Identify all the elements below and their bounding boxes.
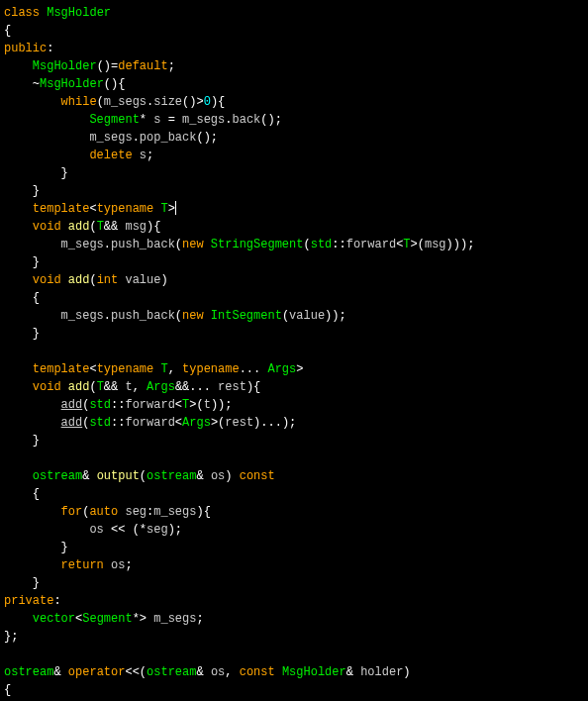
brace: {	[118, 77, 125, 91]
brace: {	[204, 505, 211, 519]
id-push_back: push_back	[111, 309, 175, 323]
paren: (	[89, 220, 96, 234]
amp: &	[196, 665, 203, 679]
gt: >	[168, 202, 175, 216]
id-m_segs: m_segs	[153, 505, 196, 519]
type-ostream: ostream	[147, 665, 196, 679]
kw-typename: typename	[97, 202, 154, 216]
star: *	[140, 113, 147, 127]
id-m_segs: m_segs	[89, 131, 132, 145]
id-rest: rest	[218, 380, 246, 394]
paren: )	[332, 309, 339, 323]
call-add: add	[61, 416, 83, 430]
fn-add: add	[68, 380, 90, 394]
type-T: T	[97, 220, 104, 234]
paren: )	[268, 113, 275, 127]
dcolon: ::	[111, 416, 125, 430]
paren: )	[446, 238, 453, 251]
type-Args: Args	[182, 416, 211, 430]
kw-const: const	[240, 665, 275, 679]
paren: (	[418, 238, 425, 251]
paren: )	[211, 95, 218, 109]
brace: {	[253, 380, 260, 394]
paren: (	[89, 273, 96, 287]
semi: ;	[125, 558, 132, 572]
dot: .	[133, 131, 140, 145]
kw-while: while	[61, 95, 97, 109]
paren: (	[140, 665, 147, 679]
colon: :	[53, 594, 60, 608]
ctor-name: MsgHolder	[33, 59, 97, 73]
kw-new: new	[182, 309, 204, 323]
code-editor[interactable]: class MsgHolder { public: MsgHolder()=de…	[0, 0, 588, 701]
tilde: ~	[33, 77, 40, 91]
type-T: T	[160, 362, 167, 376]
gt: >	[140, 612, 147, 626]
paren: )	[168, 523, 175, 537]
ns-std: std	[89, 416, 111, 430]
kw-void: void	[33, 380, 61, 394]
paren: (	[196, 398, 203, 412]
paren: (	[175, 238, 182, 251]
id-pop_back: pop_back	[140, 131, 197, 145]
id-m_segs: m_segs	[182, 113, 225, 127]
semi: ;	[175, 523, 182, 537]
kw-public: public	[4, 42, 47, 55]
brace: {	[218, 95, 225, 109]
type-StringSegment: StringSegment	[211, 238, 304, 251]
ampamp: &&	[175, 380, 189, 394]
paren: (	[97, 59, 104, 73]
num-0: 0	[204, 95, 211, 109]
type-Segment: Segment	[82, 612, 132, 626]
kw-template: template	[33, 202, 90, 216]
semi: ;	[340, 309, 346, 323]
star: *	[140, 523, 147, 537]
eq: =	[168, 113, 175, 127]
type-ostream: ostream	[33, 469, 82, 483]
semi: ;	[196, 612, 203, 626]
kw-return: return	[61, 558, 104, 572]
ampamp: &&	[104, 380, 118, 394]
id-msg: msg	[125, 220, 147, 234]
id-t: t	[204, 398, 211, 412]
brace: }	[33, 327, 40, 341]
id-m_segs: m_segs	[61, 309, 104, 323]
semi: ;	[467, 238, 474, 251]
fn-add: add	[68, 220, 90, 234]
paren: )	[104, 59, 111, 73]
id-forward: forward	[125, 416, 174, 430]
paren: (	[97, 95, 104, 109]
paren: )	[160, 273, 167, 287]
brace: {	[33, 487, 40, 501]
brace: {	[153, 220, 160, 234]
type-Segment: Segment	[89, 113, 139, 127]
id-os: os	[111, 558, 125, 572]
star: *	[133, 612, 140, 626]
comma: ,	[225, 665, 232, 679]
paren: (	[104, 77, 111, 91]
gt: >	[296, 362, 303, 376]
call-add: add	[61, 398, 83, 412]
type-ostream: ostream	[147, 469, 196, 483]
type-ostream: ostream	[4, 665, 53, 679]
gt: >	[411, 238, 418, 251]
kw-private: private	[4, 594, 53, 608]
kw-const: const	[240, 469, 275, 483]
kw-for: for	[61, 505, 83, 519]
id-holder: holder	[360, 665, 403, 679]
dot: .	[104, 238, 111, 251]
id-value: value	[289, 309, 325, 323]
ns-std: std	[89, 398, 111, 412]
type-vector: vector	[33, 612, 75, 626]
semi: ;	[168, 59, 175, 73]
paren: )	[403, 665, 410, 679]
paren: (	[303, 238, 310, 251]
paren: (	[282, 309, 289, 323]
brace: {	[4, 683, 11, 697]
amp: &	[82, 469, 89, 483]
kw-operator: operator	[68, 665, 126, 679]
paren: )	[196, 505, 203, 519]
type-IntSegment: IntSegment	[211, 309, 282, 323]
id-os: os	[211, 469, 225, 483]
paren: )	[225, 469, 232, 483]
